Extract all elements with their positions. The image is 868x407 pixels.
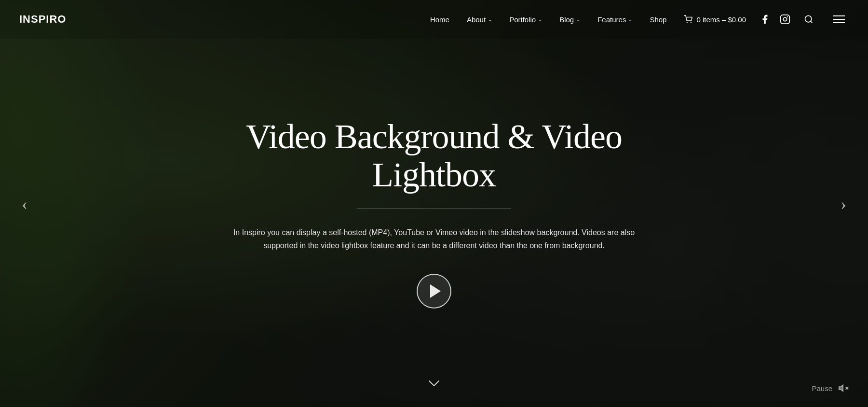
svg-point-4 bbox=[787, 16, 788, 17]
svg-point-0 bbox=[687, 22, 688, 23]
menu-toggle-button[interactable] bbox=[829, 15, 849, 23]
blog-dropdown-chevron: ⌄ bbox=[576, 17, 580, 22]
nav-item-about[interactable]: About ⌄ bbox=[458, 15, 501, 24]
svg-point-3 bbox=[783, 17, 787, 21]
hero-content: Video Background & Video Lightbox In Ins… bbox=[193, 117, 675, 309]
social-icons-group bbox=[755, 14, 849, 25]
nav-item-blog[interactable]: Blog ⌄ bbox=[551, 15, 589, 24]
scroll-down-button[interactable] bbox=[427, 377, 441, 390]
mute-icon bbox=[838, 383, 849, 393]
chevron-down-icon bbox=[427, 377, 441, 390]
nav-item-home[interactable]: Home bbox=[421, 15, 458, 24]
site-logo[interactable]: INSPIRO bbox=[19, 13, 66, 26]
cart-label: 0 items – $0.00 bbox=[696, 15, 746, 24]
hamburger-line-2 bbox=[833, 19, 845, 20]
svg-line-6 bbox=[811, 21, 813, 23]
pause-button[interactable]: Pause bbox=[812, 384, 832, 393]
play-triangle-icon bbox=[430, 284, 441, 298]
facebook-icon[interactable] bbox=[760, 14, 770, 25]
hero-description: In Inspiro you can display a self-hosted… bbox=[217, 226, 651, 252]
portfolio-dropdown-chevron: ⌄ bbox=[538, 17, 542, 22]
hero-title: Video Background & Video Lightbox bbox=[193, 117, 675, 194]
search-button[interactable] bbox=[800, 14, 817, 24]
features-dropdown-chevron: ⌄ bbox=[628, 17, 632, 22]
svg-point-5 bbox=[805, 16, 812, 22]
site-header: INSPIRO Home About ⌄ Portfolio ⌄ Blog ⌄ … bbox=[0, 0, 868, 39]
svg-marker-7 bbox=[839, 385, 843, 392]
cart-icon bbox=[684, 15, 692, 24]
svg-point-1 bbox=[691, 22, 692, 23]
slider-prev-button[interactable]: ‹ bbox=[14, 188, 35, 220]
play-button[interactable] bbox=[417, 274, 451, 309]
nav-item-features[interactable]: Features ⌄ bbox=[589, 15, 641, 24]
svg-rect-2 bbox=[781, 15, 789, 24]
cart-button[interactable]: 0 items – $0.00 bbox=[675, 15, 755, 24]
instagram-icon[interactable] bbox=[780, 14, 790, 25]
hero-divider bbox=[357, 209, 511, 209]
mute-button[interactable] bbox=[838, 383, 849, 393]
about-dropdown-chevron: ⌄ bbox=[488, 17, 492, 22]
slider-next-button[interactable]: › bbox=[833, 188, 854, 220]
hamburger-line-1 bbox=[833, 15, 845, 16]
video-controls: Pause bbox=[812, 383, 849, 393]
nav-item-portfolio[interactable]: Portfolio ⌄ bbox=[501, 15, 551, 24]
main-navigation: Home About ⌄ Portfolio ⌄ Blog ⌄ Features… bbox=[421, 15, 676, 24]
hamburger-line-3 bbox=[833, 22, 845, 23]
nav-item-shop[interactable]: Shop bbox=[641, 15, 675, 24]
